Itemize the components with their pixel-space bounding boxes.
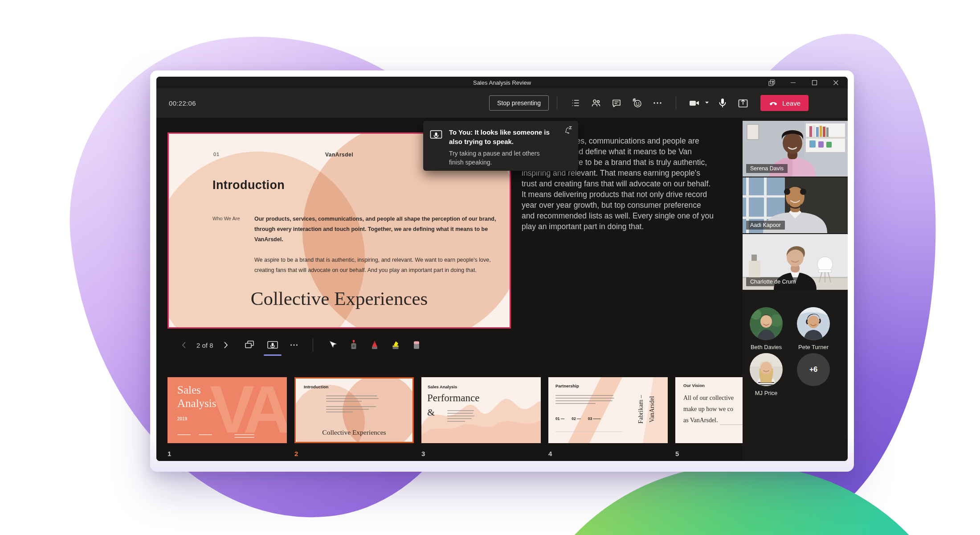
avatar-name: Beth Davies	[739, 344, 793, 350]
leave-button[interactable]: Leave	[760, 95, 808, 111]
toast-title: To You: It looks like someone is also tr…	[449, 128, 552, 146]
background-blob-green	[512, 465, 971, 535]
window-frame: Sales Analysis Review 00:22:06 Stop pres…	[150, 70, 854, 472]
window-title: Sales Analysis Review	[473, 79, 531, 86]
presenter-mode-icon[interactable]	[266, 339, 279, 351]
toolbar-divider	[557, 96, 557, 110]
avatar-name: MJ Price	[739, 390, 793, 396]
slide-grid-icon[interactable]	[244, 339, 255, 351]
video-tile-charlotte-de-crum[interactable]: Charlotte de Crum	[743, 234, 848, 290]
slide-body-regular: We aspire to be a brand that is authenti…	[254, 255, 497, 276]
mic-icon[interactable]	[715, 95, 730, 111]
notes-line: play an important part in doing that.	[522, 221, 743, 232]
notes-line: trust and creating fans that will advoca…	[522, 178, 743, 189]
thumb5-line: All of our collective	[683, 392, 734, 403]
meeting-timer: 00:22:06	[169, 99, 196, 107]
notes-line: It means delivering products that not on…	[522, 189, 743, 200]
avatar-image	[750, 307, 783, 340]
popout-icon[interactable]	[768, 78, 776, 86]
more-presenter-options-icon[interactable]	[289, 340, 299, 350]
presenter-controls: 2 of 8	[176, 334, 426, 356]
thumb4-step: 03	[588, 416, 592, 421]
thumb4-side-text: Fabrikam –	[637, 395, 645, 424]
speaking-toast: To You: It looks like someone is also tr…	[423, 121, 578, 171]
avatar-name: Pete Turner	[787, 344, 840, 350]
slide-thumbnail-3[interactable]: Sales Analysis Performance &	[421, 377, 541, 443]
participant-name-label: Aadi Kapoor	[746, 221, 785, 230]
share-window-icon[interactable]	[735, 95, 751, 111]
thumb1-watermark: VA	[210, 377, 285, 443]
more-options-icon[interactable]	[650, 95, 665, 111]
thumb2-number: 2	[294, 450, 298, 457]
participants-sidebar: Serena Davis Aad	[743, 118, 848, 461]
slide-section-label: Who We Are	[212, 216, 240, 221]
avatar-beth-davies[interactable]	[750, 307, 783, 340]
avatar-overflow-count[interactable]: +6	[797, 353, 830, 386]
close-icon[interactable]	[832, 78, 840, 86]
thumb4-step: 02	[572, 416, 576, 421]
minimize-icon[interactable]	[789, 78, 797, 86]
thumb3-number: 3	[421, 450, 425, 457]
thumb5-line: make up how we co	[683, 403, 734, 415]
participant-name-label: Charlotte de Crum	[746, 277, 800, 286]
next-slide-icon[interactable]	[222, 341, 230, 349]
avatar-pete-turner[interactable]	[797, 307, 830, 340]
eraser-tool-icon[interactable]	[411, 339, 422, 351]
video-tile-aadi-kapoor[interactable]: Aadi Kapoor	[743, 177, 848, 233]
thumb3-header: Sales Analysis	[428, 384, 457, 389]
thumb1-year: 2019	[177, 416, 187, 421]
thumb4-heading: Partnership	[555, 383, 579, 388]
screen-mic-icon	[429, 128, 444, 165]
selected-tool-underline	[264, 354, 282, 356]
thumb5-heading: Our Vision	[683, 383, 705, 388]
leave-label: Leave	[782, 99, 800, 107]
slide-heading: Introduction	[212, 178, 285, 192]
slide-thumbnail-1[interactable]: VA Sales Analysis 2019	[167, 377, 287, 443]
previous-slide-icon[interactable]	[180, 341, 188, 349]
avatar-mj-price[interactable]	[750, 353, 783, 386]
participant-name-label: Serena Davis	[746, 164, 788, 173]
thumb4-side-text: VanArsdel	[648, 396, 655, 422]
slide-title: Collective Experiences	[169, 288, 510, 309]
thumb5-number: 5	[675, 450, 679, 457]
video-tile-serena-davis[interactable]: Serena Davis	[743, 121, 848, 177]
maximize-icon[interactable]	[810, 78, 818, 86]
slide-page-indicator: 2 of 8	[196, 342, 213, 349]
laser-pointer-tool-icon[interactable]	[348, 339, 359, 351]
slide-thumbnail-5[interactable]: Our Vision All of our collective make up…	[675, 377, 743, 443]
presentation-stage: 01 VanArsdel Introduction Who We Are Our…	[156, 118, 743, 461]
thumb2-title: Collective Experiences	[296, 428, 412, 436]
thumb4-step: 01	[555, 416, 559, 421]
thumb3-title: Performance	[427, 392, 480, 404]
meeting-toolbar: 00:22:06 Stop presenting	[156, 88, 848, 118]
thumb2-heading: Introduction	[304, 384, 328, 389]
thumb1-title: Analysis	[177, 397, 216, 409]
thumb3-amp: &	[427, 407, 435, 418]
camera-icon[interactable]	[687, 95, 702, 111]
people-icon[interactable]	[588, 95, 604, 111]
hangup-icon	[768, 98, 778, 108]
reactions-icon[interactable]	[629, 95, 645, 111]
slide-thumbnail-4[interactable]: Partnership 01 — 02 — 03 —— Fabrikam – V…	[548, 377, 668, 443]
toolbar-divider	[676, 96, 676, 110]
controls-divider	[313, 338, 313, 352]
avatar-image	[750, 353, 783, 386]
camera-dropdown-icon[interactable]	[704, 99, 710, 107]
window-titlebar: Sales Analysis Review	[156, 77, 848, 88]
agenda-list-icon[interactable]	[568, 95, 583, 111]
thumb1-number: 1	[167, 450, 171, 457]
pen-tool-icon[interactable]	[369, 339, 380, 351]
toast-body: Try taking a pause and let others finish…	[449, 149, 552, 167]
slide-thumbnail-2-selected[interactable]: Introduction Collective Experiences	[294, 377, 414, 443]
avatar-image	[797, 307, 830, 340]
highlighter-tool-icon[interactable]	[390, 339, 401, 351]
teams-meeting-window: Sales Analysis Review 00:22:06 Stop pres…	[156, 77, 848, 461]
thumb4-number: 4	[548, 450, 552, 457]
notes-line: and recommended lists as well. Every sin…	[522, 210, 743, 221]
stop-presenting-button[interactable]: Stop presenting	[489, 95, 549, 111]
chat-icon[interactable]	[609, 95, 624, 111]
notes-line: year over year growth, but top consumer …	[522, 200, 743, 210]
notification-snooze-icon[interactable]	[564, 125, 573, 136]
cursor-tool-icon[interactable]	[327, 340, 338, 350]
thumb1-title: Sales	[177, 384, 201, 396]
